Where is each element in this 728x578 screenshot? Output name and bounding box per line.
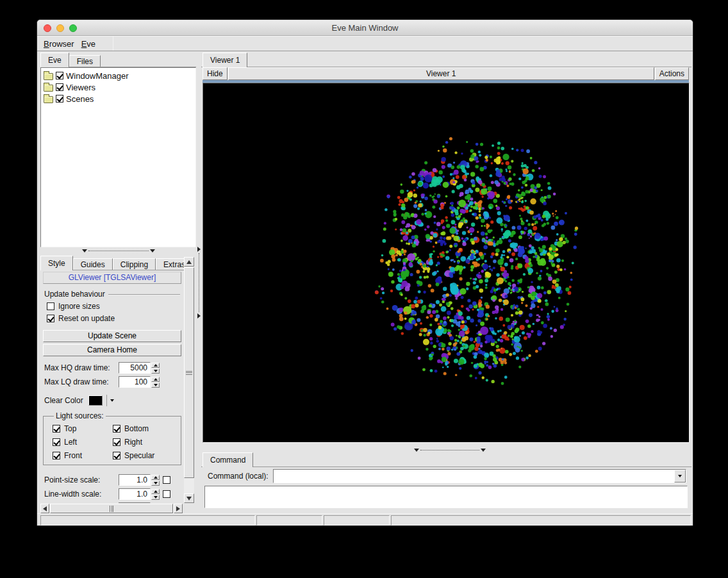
light-specular-checkbox[interactable]: Specular: [113, 451, 181, 460]
checkbox-icon[interactable]: [113, 425, 120, 433]
tab-files[interactable]: Files: [69, 55, 101, 67]
dropdown-icon: [110, 399, 114, 402]
max-lq-entry[interactable]: 100: [119, 376, 151, 388]
style-panel-hscrollbar[interactable]: [40, 504, 183, 513]
menu-eve[interactable]: Eve: [80, 38, 101, 50]
spin-up-button[interactable]: [151, 489, 160, 494]
tree-checkbox[interactable]: [56, 72, 63, 79]
command-output[interactable]: [204, 486, 688, 508]
point-size-entry[interactable]: 1.0: [119, 474, 151, 486]
close-button[interactable]: [44, 24, 51, 32]
spin-up-icon: [154, 476, 158, 479]
spin-down-icon: [154, 496, 158, 499]
tab-command[interactable]: Command: [203, 452, 253, 467]
splitter-arrow-icon: [197, 247, 201, 252]
hide-button[interactable]: Hide: [203, 67, 228, 80]
spin-up-icon: [154, 364, 158, 367]
style-panel-vscrollbar[interactable]: [184, 257, 194, 503]
spin-up-button[interactable]: [151, 377, 160, 382]
clear-color-swatch[interactable]: [88, 395, 103, 406]
tab-label: Style: [48, 259, 65, 268]
spin-down-button[interactable]: [151, 481, 160, 486]
wireframe-row: Wireframe line-width 1.0: [40, 502, 184, 503]
dock-splitter[interactable]: [196, 247, 202, 318]
checkbox-icon[interactable]: [53, 452, 60, 459]
command-dropdown-button[interactable]: [674, 470, 686, 483]
window-title: Eve Main Window: [37, 23, 693, 33]
menu-browser[interactable]: Browser: [42, 38, 80, 50]
eve-tree: WindowManager Viewers Scenes: [40, 67, 196, 247]
scroll-left-button[interactable]: [40, 504, 49, 513]
line-width-entry[interactable]: 1.0: [119, 488, 151, 500]
spin-up-button[interactable]: [151, 503, 160, 504]
scroll-left-icon: [43, 506, 47, 511]
scroll-up-button[interactable]: [184, 257, 194, 267]
event-display-canvas[interactable]: [203, 83, 689, 442]
checkbox-icon[interactable]: [113, 438, 120, 446]
checkbox-icon[interactable]: [47, 315, 54, 322]
checkbox-icon[interactable]: [53, 425, 60, 433]
gl-viewport[interactable]: [203, 83, 690, 443]
clear-color-dropdown-button[interactable]: [107, 395, 117, 406]
spin-down-button[interactable]: [151, 383, 160, 388]
left-tab-bar: Eve Files: [40, 53, 101, 67]
glviewer-button[interactable]: GLViewer [TGLSAViewer]: [43, 272, 181, 284]
spin-up-button[interactable]: [151, 475, 160, 480]
max-hq-entry[interactable]: 5000: [119, 362, 151, 374]
tab-label: Command: [210, 456, 245, 465]
ignore-sizes-checkbox[interactable]: Ignore sizes: [47, 302, 184, 311]
line-width-checkbox[interactable]: [163, 490, 170, 498]
light-left-checkbox[interactable]: Left: [53, 438, 113, 447]
point-size-label: Point-size scale:: [44, 475, 119, 484]
actions-button[interactable]: Actions: [655, 67, 689, 80]
tab-viewer-1[interactable]: Viewer 1: [203, 53, 247, 67]
spin-down-button[interactable]: [151, 368, 160, 374]
spin-down-icon: [154, 482, 158, 484]
spin-up-button[interactable]: [151, 363, 160, 368]
vscrollbar-thumb[interactable]: [184, 267, 194, 478]
checkbox-icon[interactable]: [47, 302, 54, 310]
checkbox-icon[interactable]: [53, 438, 60, 446]
minimize-button[interactable]: [56, 24, 64, 32]
scroll-down-button[interactable]: [184, 493, 194, 503]
light-right-checkbox[interactable]: Right: [113, 438, 181, 447]
tree-checkbox[interactable]: [56, 95, 63, 103]
viewer-title-bar[interactable]: Viewer 1: [228, 67, 654, 80]
command-panel-splitter[interactable]: [414, 447, 486, 453]
desktop-background: Eve Main Window Browser Eve Eve Files: [0, 0, 728, 578]
spin-down-button[interactable]: [151, 495, 160, 500]
point-size-checkbox[interactable]: [163, 476, 170, 484]
tree-item-scenes[interactable]: Scenes: [42, 93, 194, 104]
spin-up-icon: [154, 490, 158, 493]
hscrollbar-thumb[interactable]: [50, 504, 173, 513]
tree-checkbox[interactable]: [56, 83, 63, 91]
reset-on-update-checkbox[interactable]: Reset on update: [47, 314, 184, 323]
splitter-arrow-icon: [197, 313, 201, 318]
light-top-checkbox[interactable]: Top: [53, 424, 113, 433]
splitter-arrow-icon: [82, 249, 87, 252]
tab-underline: [201, 467, 691, 467]
command-input[interactable]: [274, 470, 674, 483]
tab-label: Viewer 1: [210, 56, 240, 65]
maximize-button[interactable]: [69, 24, 77, 32]
spin-down-icon: [154, 370, 158, 372]
camera-home-button[interactable]: Camera Home: [43, 344, 181, 356]
scroll-right-button[interactable]: [174, 504, 183, 513]
tab-eve[interactable]: Eve: [40, 53, 69, 67]
command-row: Command (local):: [203, 468, 689, 484]
tab-label: Extras: [163, 260, 185, 269]
line-width-spinner: [151, 489, 160, 500]
tree-panel-splitter[interactable]: [82, 248, 155, 254]
update-scene-button[interactable]: Update Scene: [43, 330, 181, 342]
checkbox-label: Reset on update: [58, 314, 115, 323]
light-bottom-checkbox[interactable]: Bottom: [113, 424, 181, 433]
titlebar[interactable]: Eve Main Window: [37, 20, 693, 36]
light-front-checkbox[interactable]: Front: [53, 451, 113, 460]
wireframe-entry[interactable]: 1.0: [119, 502, 151, 503]
splitter-dotted-line: [420, 450, 479, 450]
checkbox-icon[interactable]: [113, 452, 120, 459]
tab-style[interactable]: Style: [40, 256, 73, 270]
tree-item-viewers[interactable]: Viewers: [42, 81, 194, 93]
tree-item-windowmanager[interactable]: WindowManager: [42, 70, 194, 81]
checkbox-label: Front: [64, 451, 82, 460]
